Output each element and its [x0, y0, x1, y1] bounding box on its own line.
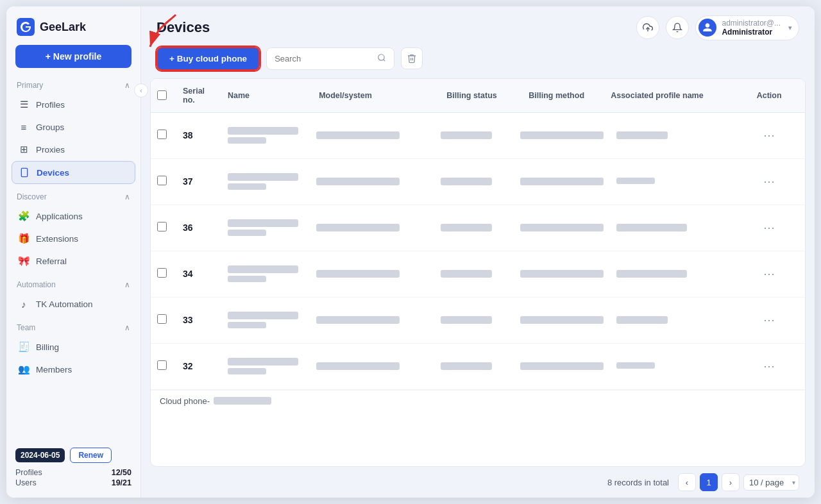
automation-label: Automation	[17, 280, 56, 289]
header-actions: administrator@... Administrator ▾	[636, 15, 799, 40]
sidebar-item-profiles[interactable]: ☰ Profiles	[12, 94, 135, 115]
sidebar-item-label: Profiles	[36, 100, 65, 110]
search-box	[266, 47, 394, 70]
row-model: ████████████████	[310, 217, 434, 239]
row-serial: 36	[176, 216, 221, 239]
sidebar-item-proxies[interactable]: ⊞ Proxies	[12, 139, 135, 160]
users-stat-label: Users	[15, 478, 37, 487]
buy-cloud-phone-button[interactable]: + Buy cloud phone	[157, 47, 260, 71]
row-checkbox[interactable]	[151, 169, 176, 194]
upload-button[interactable]	[636, 16, 659, 39]
sidebar-automation-section: Automation ∧ ♪ TK Automation	[6, 276, 140, 315]
row-model: ████████████████	[310, 309, 434, 332]
table-row: 38 ████████████ ██████ ████████████████	[151, 113, 805, 159]
date-badge: 2024-06-05	[15, 448, 65, 462]
user-info[interactable]: administrator@... Administrator ▾	[695, 15, 799, 40]
row-billing-status: ████████	[434, 217, 514, 239]
sidebar-item-billing[interactable]: 🧾 Billing	[12, 336, 135, 358]
row-checkbox[interactable]	[151, 308, 176, 332]
sidebar-item-members[interactable]: 👥 Members	[12, 358, 135, 380]
sidebar-discover-section: Discover ∧ 🧩 Applications 🎁 Extensions 🎀…	[6, 189, 140, 273]
footer-stats: Profiles 12/50 Users 19/21	[15, 468, 131, 487]
row-billing-method: ████████████████	[514, 355, 610, 378]
row-profile: ████	[610, 355, 752, 378]
row-serial: 32	[176, 355, 221, 378]
page-1-button[interactable]: 1	[700, 473, 718, 491]
sidebar: GeeLark + New profile ‹ Primary ∧ ☰ Prof…	[6, 6, 141, 498]
row-checkbox[interactable]	[151, 215, 176, 240]
row-profile: ████████	[610, 309, 752, 332]
user-email: administrator@...	[722, 19, 781, 28]
search-input[interactable]	[275, 54, 373, 63]
row-billing-method: ████████████████	[514, 263, 610, 285]
more-options-button[interactable]: ⋯	[758, 357, 780, 376]
table-row: 36 ████████████ ██████ ████████████████ …	[151, 205, 805, 251]
row-billing-status: ████████	[434, 355, 514, 378]
proxies-icon: ⊞	[18, 144, 30, 155]
row-action[interactable]: ⋯	[752, 165, 805, 197]
sidebar-item-devices[interactable]: Devices	[12, 161, 135, 184]
sidebar-item-referral[interactable]: 🎀 Referral	[12, 250, 135, 272]
next-page-button[interactable]: ›	[722, 473, 740, 491]
select-all-checkbox[interactable]	[157, 90, 167, 100]
row-name: ████████████ ██████	[221, 351, 310, 381]
discover-label: Discover	[17, 192, 47, 201]
row-checkbox[interactable]	[151, 262, 176, 286]
col-serial: Serial no.	[176, 85, 221, 106]
row-action[interactable]: ⋯	[752, 119, 805, 151]
primary-chevron-icon: ∧	[124, 81, 130, 90]
row-action[interactable]: ⋯	[752, 304, 805, 336]
more-options-button[interactable]: ⋯	[758, 172, 780, 191]
sidebar-item-label: Applications	[36, 212, 83, 221]
row-model: ████████████████	[310, 125, 434, 146]
per-page-select[interactable]: 10 / page 20 / page 50 / page	[743, 475, 799, 491]
sidebar-item-groups[interactable]: ≡ Groups	[12, 116, 135, 138]
row-profile: ████████	[610, 124, 752, 147]
sidebar-item-tk-automation[interactable]: ♪ TK Automation	[12, 293, 135, 315]
more-options-button[interactable]: ⋯	[758, 126, 780, 145]
col-billing-method: Billing method	[522, 85, 604, 106]
per-page-wrapper: 10 / page 20 / page 50 / page ▾	[743, 475, 799, 491]
user-details: administrator@... Administrator	[722, 19, 781, 37]
renew-button[interactable]: Renew	[70, 448, 112, 463]
row-billing-status: ████████	[434, 171, 514, 193]
more-options-button[interactable]: ⋯	[758, 310, 780, 330]
sidebar-item-label: Billing	[36, 342, 59, 352]
sidebar-automation-header: Automation ∧	[12, 276, 135, 293]
sidebar-team-header: Team ∧	[12, 319, 135, 336]
users-stat-value: 19/21	[112, 478, 131, 487]
profiles-stat-value: 12/50	[112, 468, 131, 477]
more-options-button[interactable]: ⋯	[758, 218, 780, 237]
search-icon	[377, 53, 386, 64]
row-model: ████████████████	[310, 263, 434, 285]
row-checkbox[interactable]	[151, 123, 176, 147]
more-options-button[interactable]: ⋯	[758, 264, 780, 283]
footer-text: Cloud phone-	[160, 396, 210, 406]
user-chevron-icon: ▾	[788, 24, 792, 32]
row-model: ████████████████	[310, 355, 434, 378]
row-action[interactable]: ⋯	[752, 350, 805, 382]
row-name: ████████████ ██████	[221, 305, 310, 335]
row-serial: 37	[176, 170, 221, 193]
row-action[interactable]: ⋯	[752, 212, 805, 244]
new-profile-button[interactable]: + New profile	[15, 45, 131, 68]
buy-cloud-wrapper: + Buy cloud phone	[157, 47, 260, 71]
table-footer-row: Cloud phone-	[151, 390, 805, 413]
row-name: ████████████ ██████	[221, 121, 310, 150]
prev-page-button[interactable]: ‹	[678, 473, 696, 491]
row-checkbox[interactable]	[151, 354, 176, 378]
bell-button[interactable]	[666, 16, 689, 39]
referral-icon: 🎀	[18, 255, 30, 267]
svg-point-4	[378, 55, 384, 60]
row-action[interactable]: ⋯	[752, 258, 805, 290]
extensions-icon: 🎁	[18, 233, 30, 244]
sidebar-primary-header: Primary ∧	[12, 77, 135, 94]
sidebar-item-applications[interactable]: 🧩 Applications	[12, 205, 135, 227]
svg-rect-0	[21, 168, 27, 176]
sidebar-collapse-button[interactable]: ‹	[134, 83, 148, 97]
sidebar-item-extensions[interactable]: 🎁 Extensions	[12, 228, 135, 249]
discover-chevron-icon: ∧	[124, 192, 130, 201]
delete-button[interactable]	[401, 47, 423, 69]
toolbar: + Buy cloud phone	[141, 47, 815, 78]
pagination-bar: 8 records in total ‹ 1 › 10 / page 20 / …	[141, 467, 815, 498]
